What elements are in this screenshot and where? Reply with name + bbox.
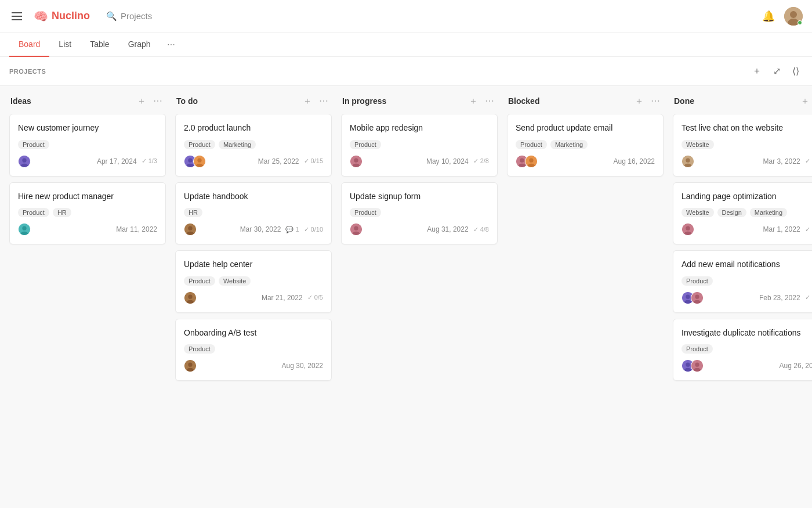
card-title: Mobile app redesign (350, 123, 489, 134)
column-blocked-add[interactable]: ＋ (632, 95, 646, 107)
svg-point-13 (197, 158, 201, 162)
card-date: Aug 26, 2022 (780, 362, 812, 370)
column-ideas-header: Ideas ＋ ⋯ (9, 95, 166, 107)
avatar (18, 155, 31, 168)
column-todo-add[interactable]: ＋ (300, 95, 314, 107)
tag: Product (184, 140, 215, 149)
card-onboarding-ab-test[interactable]: Onboarding A/B test Product Aug 30, 2022 (175, 319, 332, 381)
card-meta: Aug 16, 2022 (614, 157, 655, 165)
card-title: Test live chat on the website (682, 123, 812, 134)
expand-button[interactable]: ⤢ (770, 63, 784, 79)
card-new-customer-journey[interactable]: New customer journey Product Apr 17, 202… (9, 114, 166, 176)
card-tags: Product Website (184, 276, 323, 286)
tab-graph[interactable]: Graph (119, 33, 160, 57)
notifications-button[interactable]: 🔔 (762, 10, 775, 23)
search-icon: 🔍 (106, 11, 117, 21)
tag: Website (682, 208, 714, 217)
tag: HR (53, 208, 71, 217)
card-product-launch[interactable]: 2.0 product launch Product Marketing Mar… (175, 114, 332, 176)
column-inprogress-add[interactable]: ＋ (466, 95, 480, 107)
column-ideas: Ideas ＋ ⋯ New customer journey Product A… (9, 95, 166, 508)
tab-list[interactable]: List (49, 33, 81, 57)
avatar (691, 291, 704, 304)
card-email-notifications[interactable]: Add new email notifications Product Feb … (673, 250, 812, 313)
tag: Product (682, 344, 713, 354)
tag: HR (184, 208, 202, 217)
tag: Product (350, 140, 381, 149)
card-title: Landing page optimization (682, 191, 812, 203)
svg-point-34 (529, 158, 533, 162)
card-title: Send product update email (516, 123, 655, 134)
card-check: ✓ 0/10 (304, 226, 323, 233)
tab-board[interactable]: Board (9, 33, 49, 57)
column-inprogress: In progress ＋ ⋯ Mobile app redesign Prod… (341, 95, 498, 508)
card-check: ✓ 4/8 (473, 226, 489, 233)
avatar (350, 223, 362, 236)
card-title: Hire new product manager (18, 191, 157, 203)
card-meta: Aug 26, 2022 (780, 362, 812, 370)
card-tags: Product (682, 344, 812, 354)
card-meta: Apr 17, 2024 ✓ 1/3 (97, 157, 157, 165)
card-meta: Mar 30, 2022 💬 1 ✓ 0/10 (240, 225, 323, 233)
card-footer: Aug 30, 2022 (184, 359, 323, 372)
column-todo-menu[interactable]: ⋯ (317, 95, 331, 107)
toolbar-actions: ＋ ⤢ ⟨⟩ (749, 63, 803, 80)
hamburger-menu[interactable] (9, 10, 24, 23)
tab-more-button[interactable]: ⋯ (162, 35, 180, 54)
card-update-handbook[interactable]: Update handbook HR Mar 30, 2022 💬 1 ✓ 0/… (175, 182, 332, 245)
card-title: Update signup form (350, 191, 489, 203)
card-tags: Website Design Marketing (682, 208, 812, 217)
column-done-header: Done ＋ ⋯ (673, 95, 812, 107)
card-date: Aug 31, 2022 (427, 225, 468, 233)
column-todo-title: To do (176, 96, 300, 106)
tag: Marketing (219, 140, 256, 149)
search-area[interactable]: 🔍 Projects (106, 11, 152, 21)
svg-point-10 (188, 158, 192, 162)
avatar (184, 359, 197, 372)
card-avatars (184, 155, 206, 168)
card-meta: Mar 21, 2022 ✓ 0/5 (262, 294, 323, 302)
column-done-add[interactable]: ＋ (798, 95, 812, 107)
card-update-help-center[interactable]: Update help center Product Website Mar 2… (175, 250, 332, 313)
card-date: Feb 23, 2022 (759, 294, 800, 302)
tab-table[interactable]: Table (81, 33, 118, 57)
card-update-signup-form[interactable]: Update signup form Product Aug 31, 2022 … (341, 182, 498, 245)
card-meta: Aug 31, 2022 ✓ 4/8 (427, 225, 489, 233)
svg-point-43 (686, 294, 690, 298)
avatar (691, 359, 704, 372)
card-check: ✓ 0/15 (304, 157, 323, 165)
card-footer: Apr 17, 2024 ✓ 1/3 (18, 155, 157, 168)
card-landing-page[interactable]: Landing page optimization Website Design… (673, 182, 812, 245)
collapse-button[interactable]: ⟨⟩ (789, 63, 803, 79)
app-logo[interactable]: 🧠 Nuclino (34, 9, 90, 23)
kanban-board: Ideas ＋ ⋯ New customer journey Product A… (0, 86, 812, 508)
column-inprogress-menu[interactable]: ⋯ (483, 95, 496, 107)
card-mobile-app-redesign[interactable]: Mobile app redesign Product May 10, 2024… (341, 114, 498, 176)
card-hire-product-manager[interactable]: Hire new product manager Product HR Mar … (9, 182, 166, 245)
card-tags: Product (184, 344, 323, 354)
online-indicator (798, 20, 802, 25)
tag: Product (184, 276, 215, 286)
svg-point-28 (354, 226, 358, 230)
svg-point-19 (188, 294, 192, 298)
column-todo-actions: ＋ ⋯ (300, 95, 331, 107)
svg-point-31 (520, 158, 524, 162)
tag: Product (350, 208, 381, 217)
user-avatar-wrap (784, 7, 803, 26)
card-title: Update handbook (184, 191, 323, 203)
add-item-button[interactable]: ＋ (749, 63, 765, 80)
card-title: Update help center (184, 259, 323, 271)
column-ideas-add[interactable]: ＋ (135, 95, 148, 107)
column-ideas-menu[interactable]: ⋯ (151, 95, 165, 107)
card-send-product-update[interactable]: Send product update email Product Market… (507, 114, 664, 176)
card-avatars (682, 223, 694, 236)
avatar (184, 291, 197, 304)
svg-point-22 (188, 363, 192, 367)
card-footer: Feb 23, 2022 ✓ 5/5 (682, 291, 812, 304)
card-meta: Mar 25, 2022 ✓ 0/15 (258, 157, 323, 165)
svg-point-4 (22, 158, 26, 162)
column-blocked-menu[interactable]: ⋯ (648, 95, 662, 107)
card-duplicate-notifications[interactable]: Investigate duplicate notifications Prod… (673, 319, 812, 381)
card-meta: Feb 23, 2022 ✓ 5/5 (759, 294, 812, 302)
card-live-chat[interactable]: Test live chat on the website Website Ma… (673, 114, 812, 176)
